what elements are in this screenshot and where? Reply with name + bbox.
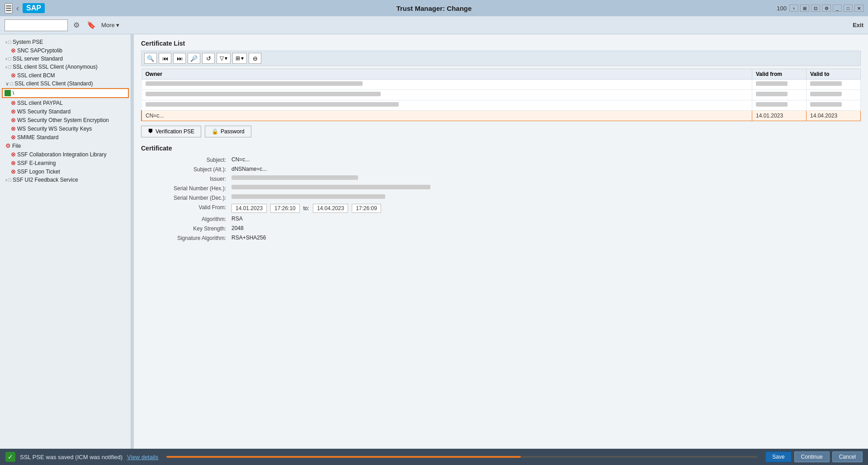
columns-chevron-icon: ▾ [241, 55, 244, 61]
algorithm-value: RSA [231, 216, 861, 222]
find-btn[interactable]: 🔎 [188, 53, 200, 64]
customize-btn[interactable]: ⚙ [71, 20, 81, 30]
table-row[interactable] [142, 90, 861, 100]
maximize-btn[interactable]: □ [844, 5, 853, 12]
cell-owner-highlighted: CN=c... [142, 111, 752, 121]
sidebar-item-label: SSL client SSL Client (Standard) [14, 80, 93, 87]
sidebar-item-label: SSF Collaboration Integration Library [17, 151, 106, 158]
cell-valid-from-highlighted: 14.01.2023 [752, 111, 807, 121]
title-bar: ☰ ‹ Trust Manager: Change 100 › ⊞ ⊡ ⚙ _ … [0, 0, 868, 16]
create-session-btn[interactable]: ⊞ [800, 5, 809, 12]
sidebar-item-ssl-server[interactable]: › □ SSL server Standard [0, 55, 131, 63]
chevron-down-icon: ▾ [116, 22, 119, 28]
sidebar-item-ssl-client-bcm[interactable]: ⊗ SSL client BCM [0, 71, 131, 80]
nav-forward-btn[interactable]: › [789, 5, 798, 12]
bookmark-btn[interactable]: 🔖 [85, 20, 98, 30]
x-icon: ⊗ [11, 99, 16, 106]
password-label: Password [221, 128, 245, 135]
minimize-btn[interactable]: _ [833, 5, 842, 12]
x-icon: ⊗ [11, 134, 16, 141]
content-area: Certificate List 🔍 ⏮ ⏭ 🔎 ↺ ▽ ▾ ⊞ ▾ ⊖ [134, 34, 868, 449]
date-group: 14.01.2023 17:26:10 to: 14.04.2023 17:26… [231, 204, 861, 213]
sidebar-item-label: SSL client PAYPAL [17, 100, 63, 106]
issuer-value [231, 175, 861, 182]
sidebar-item-label: WS Security WS Security Keys [17, 126, 92, 132]
sidebar-item-snc[interactable]: ⊗ SNC SAPCryptolib [0, 46, 131, 55]
detail-row-algorithm: Algorithm: RSA [141, 216, 861, 222]
cert-table: Owner Valid from Valid to [141, 69, 861, 121]
back-button[interactable]: ‹ [16, 4, 19, 13]
view-details-link[interactable]: View details [127, 454, 158, 460]
col-valid-from: Valid from [752, 69, 807, 80]
first-btn[interactable]: ⏮ [159, 53, 171, 64]
sidebar-item-ws-keys[interactable]: ⊗ WS Security WS Security Keys [0, 124, 131, 133]
password-btn[interactable]: 🔒 Password [205, 126, 251, 137]
lock-icon: 🔒 [212, 128, 218, 135]
status-bar: ✓ SSL PSE was saved (ICM was notified) V… [0, 449, 868, 465]
verification-pse-btn[interactable]: ⛊ Verification PSE [141, 126, 201, 137]
cell-valid-to [807, 90, 861, 100]
search-input[interactable] [5, 19, 68, 31]
sidebar-item-ws-security[interactable]: ⊗ WS Security Standard [0, 107, 131, 116]
hamburger-menu[interactable]: ☰ [5, 3, 13, 14]
sidebar-item-ssf-collab[interactable]: ⊗ SSF Collaboration Integration Library [0, 150, 131, 159]
sidebar-item-ssl-client-standard[interactable]: ∨ □ SSL client SSL Client (Standard) [0, 80, 131, 88]
x-icon: ⊗ [11, 151, 16, 158]
sidebar-item-paypal[interactable]: ⊗ SSL client PAYPAL [0, 99, 131, 107]
expand-icon: › [5, 56, 7, 61]
sidebar-item-label: System PSE [13, 39, 43, 45]
x-icon: ⊗ [11, 72, 16, 79]
continue-button[interactable]: Continue [794, 451, 830, 462]
sidebar-active-entry[interactable]: \ [2, 88, 129, 98]
sidebar-item-ssl-client-anon[interactable]: › □ SSL client SSL Client (Anonymous) [0, 63, 131, 71]
valid-to-date: 14.04.2023 [313, 204, 348, 213]
remove-btn[interactable]: ⊖ [249, 53, 261, 64]
folder-icon: □ [8, 64, 11, 70]
close-btn[interactable]: ✕ [854, 5, 863, 12]
refresh-btn[interactable]: ↺ [202, 53, 215, 64]
table-row[interactable] [142, 80, 861, 90]
sidebar-item-label: File [12, 143, 21, 149]
sidebar-item-label: \ [13, 90, 14, 96]
table-row-highlighted[interactable]: CN=c... 14.01.2023 14.04.2023 [142, 111, 861, 121]
x-icon: ⊗ [11, 108, 16, 115]
exit-button[interactable]: Exit [853, 22, 863, 28]
sidebar-item-smime[interactable]: ⊗ SMIME Standard [0, 133, 131, 141]
sidebar-item-ws-other[interactable]: ⊗ WS Security Other System Encryption [0, 116, 131, 124]
verification-pse-label: Verification PSE [156, 128, 194, 135]
sidebar-item-ssf-logon[interactable]: ⊗ SSF Logon Ticket [0, 167, 131, 176]
sidebar-item-ssf-ui2[interactable]: › □ SSF UI2 Feedback Service [0, 176, 131, 184]
cell-valid-from [752, 90, 807, 100]
title-bar-right: 100 › ⊞ ⊡ ⚙ _ □ ✕ [777, 5, 863, 12]
sidebar-item-label: SSL client SSL Client (Anonymous) [13, 64, 98, 70]
cancel-button[interactable]: Cancel [832, 451, 863, 462]
settings-btn[interactable]: ⚙ [822, 5, 831, 12]
sidebar-item-ssf-elearning[interactable]: ⊗ SSF E-Learning [0, 159, 131, 167]
last-btn[interactable]: ⏭ [173, 53, 186, 64]
window-counter: 100 [777, 5, 787, 12]
sidebar-item-label: WS Security Other System Encryption [17, 117, 109, 123]
valid-from-date: 14.01.2023 [231, 204, 267, 213]
more-button[interactable]: More ▾ [101, 22, 119, 28]
expand-icon: › [5, 39, 7, 45]
main-layout: › □ System PSE ⊗ SNC SAPCryptolib › □ SS… [0, 34, 868, 449]
filter-btn[interactable]: ▽ ▾ [217, 53, 231, 64]
issuer-label: Issuer: [141, 175, 231, 182]
gear-icon: ⚙ [5, 142, 11, 149]
sidebar-item-file[interactable]: ⚙ File [0, 141, 131, 150]
zoom-btn[interactable]: 🔍 [144, 53, 157, 64]
col-valid-to: Valid to [807, 69, 861, 80]
toolbar: ⚙ 🔖 More ▾ Exit [0, 16, 868, 34]
sig-alg-value: RSA+SHA256 [231, 235, 861, 241]
table-row[interactable] [142, 100, 861, 111]
status-actions: Save Continue Cancel [765, 451, 863, 462]
find-btn[interactable]: ⊡ [811, 5, 820, 12]
sidebar-item-system-pse[interactable]: › □ System PSE [0, 38, 131, 46]
cert-list-title: Certificate List [141, 40, 861, 47]
valid-dates-value: 14.01.2023 17:26:10 to: 14.04.2023 17:26… [231, 204, 861, 213]
x-icon: ⊗ [11, 160, 16, 166]
save-button[interactable]: Save [765, 451, 791, 462]
status-check-icon: ✓ [5, 452, 15, 462]
cell-valid-from [752, 80, 807, 90]
columns-btn[interactable]: ⊞ ▾ [232, 53, 247, 64]
